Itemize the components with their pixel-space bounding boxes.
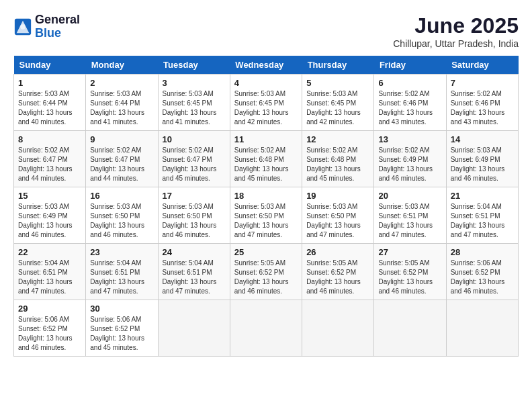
day-number: 17 [163,191,226,201]
day-info: Sunrise: 5:02 AM Sunset: 6:46 PM Dayligh… [378,89,441,127]
day-info: Sunrise: 5:03 AM Sunset: 6:50 PM Dayligh… [234,202,298,240]
day-cell-19: 19 Sunrise: 5:03 AM Sunset: 6:50 PM Dayl… [302,187,374,244]
header: General Blue June 2025 Chillupar, Uttar … [13,13,519,49]
day-info: Sunrise: 5:02 AM Sunset: 6:47 PM Dayligh… [90,146,153,183]
day-cell-3: 3 Sunrise: 5:03 AM Sunset: 6:45 PM Dayli… [158,75,230,131]
empty-cell [158,300,230,357]
week-row-4: 22 Sunrise: 5:04 AM Sunset: 6:51 PM Dayl… [14,244,519,300]
day-number: 9 [90,134,153,144]
day-info: Sunrise: 5:04 AM Sunset: 6:51 PM Dayligh… [90,259,153,296]
day-number: 14 [451,134,514,144]
day-cell-5: 5 Sunrise: 5:03 AM Sunset: 6:45 PM Dayli… [302,75,374,131]
day-number: 24 [163,247,226,257]
day-cell-30: 30 Sunrise: 5:06 AM Sunset: 6:52 PM Dayl… [86,300,158,357]
day-number: 8 [18,134,81,144]
day-number: 19 [306,191,369,201]
day-info: Sunrise: 5:04 AM Sunset: 6:51 PM Dayligh… [163,259,226,296]
day-info: Sunrise: 5:03 AM Sunset: 6:44 PM Dayligh… [18,89,81,127]
day-cell-21: 21 Sunrise: 5:04 AM Sunset: 6:51 PM Dayl… [446,187,518,244]
day-number: 27 [378,247,441,257]
col-header-friday: Friday [374,56,446,75]
day-info: Sunrise: 5:02 AM Sunset: 6:46 PM Dayligh… [451,89,514,127]
day-cell-6: 6 Sunrise: 5:02 AM Sunset: 6:46 PM Dayli… [374,75,446,131]
day-number: 16 [90,191,153,201]
month-title: June 2025 [393,13,519,38]
logo-icon [13,17,32,36]
day-info: Sunrise: 5:04 AM Sunset: 6:51 PM Dayligh… [451,202,514,240]
day-cell-10: 10 Sunrise: 5:02 AM Sunset: 6:47 PM Dayl… [158,131,230,187]
day-cell-1: 1 Sunrise: 5:03 AM Sunset: 6:44 PM Dayli… [14,75,86,131]
day-cell-23: 23 Sunrise: 5:04 AM Sunset: 6:51 PM Dayl… [86,244,158,300]
day-number: 30 [90,304,153,314]
day-cell-22: 22 Sunrise: 5:04 AM Sunset: 6:51 PM Dayl… [14,244,86,300]
week-row-5: 29 Sunrise: 5:06 AM Sunset: 6:52 PM Dayl… [14,300,519,357]
col-header-saturday: Saturday [446,56,518,75]
week-row-1: 1 Sunrise: 5:03 AM Sunset: 6:44 PM Dayli… [14,75,519,131]
day-cell-9: 9 Sunrise: 5:02 AM Sunset: 6:47 PM Dayli… [86,131,158,187]
day-number: 28 [451,247,514,257]
col-header-monday: Monday [86,56,158,75]
day-number: 22 [18,247,81,257]
day-cell-26: 26 Sunrise: 5:05 AM Sunset: 6:52 PM Dayl… [302,244,374,300]
week-row-3: 15 Sunrise: 5:03 AM Sunset: 6:49 PM Dayl… [14,187,519,244]
title-block: June 2025 Chillupar, Uttar Pradesh, Indi… [393,13,519,49]
day-cell-17: 17 Sunrise: 5:03 AM Sunset: 6:50 PM Dayl… [158,187,230,244]
day-cell-14: 14 Sunrise: 5:03 AM Sunset: 6:49 PM Dayl… [446,131,518,187]
empty-cell [230,300,302,357]
day-number: 3 [163,78,226,88]
day-cell-16: 16 Sunrise: 5:03 AM Sunset: 6:50 PM Dayl… [86,187,158,244]
logo-line1: General [35,13,80,27]
day-info: Sunrise: 5:02 AM Sunset: 6:48 PM Dayligh… [234,146,298,183]
day-info: Sunrise: 5:05 AM Sunset: 6:52 PM Dayligh… [378,259,441,296]
day-info: Sunrise: 5:03 AM Sunset: 6:45 PM Dayligh… [163,89,226,127]
location-subtitle: Chillupar, Uttar Pradesh, India [393,38,519,49]
logo-text: General Blue [35,13,80,40]
day-info: Sunrise: 5:03 AM Sunset: 6:45 PM Dayligh… [306,89,369,127]
day-number: 15 [18,191,81,201]
day-cell-29: 29 Sunrise: 5:06 AM Sunset: 6:52 PM Dayl… [14,300,86,357]
day-number: 12 [306,134,369,144]
day-cell-25: 25 Sunrise: 5:05 AM Sunset: 6:52 PM Dayl… [230,244,302,300]
day-info: Sunrise: 5:03 AM Sunset: 6:50 PM Dayligh… [306,202,369,240]
day-number: 26 [306,247,369,257]
day-info: Sunrise: 5:04 AM Sunset: 6:51 PM Dayligh… [18,259,81,296]
calendar: SundayMondayTuesdayWednesdayThursdayFrid… [13,56,519,357]
day-number: 6 [378,78,441,88]
day-info: Sunrise: 5:06 AM Sunset: 6:52 PM Dayligh… [451,259,514,296]
day-info: Sunrise: 5:06 AM Sunset: 6:52 PM Dayligh… [90,315,153,353]
day-cell-20: 20 Sunrise: 5:03 AM Sunset: 6:51 PM Dayl… [374,187,446,244]
day-number: 1 [18,78,81,88]
col-header-sunday: Sunday [14,56,86,75]
day-cell-13: 13 Sunrise: 5:02 AM Sunset: 6:49 PM Dayl… [374,131,446,187]
day-cell-4: 4 Sunrise: 5:03 AM Sunset: 6:45 PM Dayli… [230,75,302,131]
day-cell-12: 12 Sunrise: 5:02 AM Sunset: 6:48 PM Dayl… [302,131,374,187]
logo-line2: Blue [35,27,80,40]
col-header-wednesday: Wednesday [230,56,302,75]
day-info: Sunrise: 5:03 AM Sunset: 6:51 PM Dayligh… [378,202,441,240]
day-cell-7: 7 Sunrise: 5:02 AM Sunset: 6:46 PM Dayli… [446,75,518,131]
empty-cell [302,300,374,357]
day-number: 5 [306,78,369,88]
day-cell-24: 24 Sunrise: 5:04 AM Sunset: 6:51 PM Dayl… [158,244,230,300]
day-number: 11 [234,134,298,144]
day-info: Sunrise: 5:03 AM Sunset: 6:49 PM Dayligh… [18,202,81,240]
day-cell-18: 18 Sunrise: 5:03 AM Sunset: 6:50 PM Dayl… [230,187,302,244]
empty-cell [374,300,446,357]
day-info: Sunrise: 5:02 AM Sunset: 6:47 PM Dayligh… [163,146,226,183]
day-number: 13 [378,134,441,144]
empty-cell [446,300,518,357]
day-info: Sunrise: 5:05 AM Sunset: 6:52 PM Dayligh… [306,259,369,296]
day-cell-27: 27 Sunrise: 5:05 AM Sunset: 6:52 PM Dayl… [374,244,446,300]
day-number: 18 [234,191,298,201]
day-info: Sunrise: 5:02 AM Sunset: 6:49 PM Dayligh… [378,146,441,183]
day-cell-11: 11 Sunrise: 5:02 AM Sunset: 6:48 PM Dayl… [230,131,302,187]
day-info: Sunrise: 5:03 AM Sunset: 6:50 PM Dayligh… [163,202,226,240]
day-number: 10 [163,134,226,144]
col-header-thursday: Thursday [302,56,374,75]
day-info: Sunrise: 5:02 AM Sunset: 6:48 PM Dayligh… [306,146,369,183]
day-number: 7 [451,78,514,88]
day-number: 20 [378,191,441,201]
day-number: 23 [90,247,153,257]
day-cell-8: 8 Sunrise: 5:02 AM Sunset: 6:47 PM Dayli… [14,131,86,187]
day-number: 21 [451,191,514,201]
